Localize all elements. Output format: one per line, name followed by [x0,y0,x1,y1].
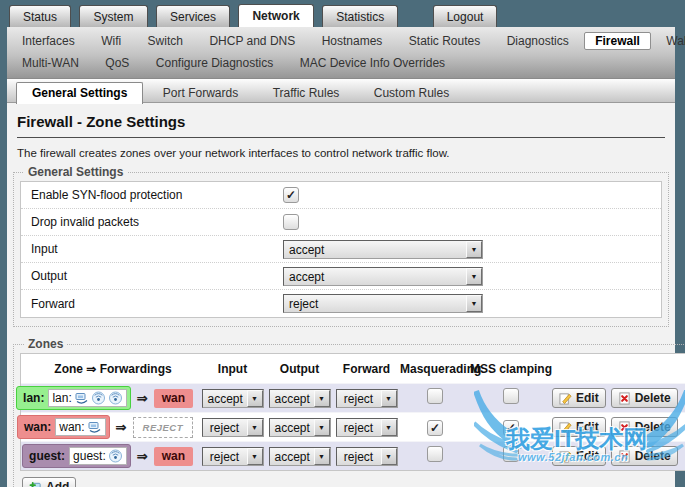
selected-value: accept [284,241,466,258]
network-name: guest: [73,449,106,463]
delete-button[interactable]: Delete [611,388,678,408]
forward-policy-select[interactable]: reject ▼ [283,294,483,313]
lan-input-select[interactable]: accept ▼ [202,389,264,408]
tab-system[interactable]: System [79,5,147,28]
zone-networks: wan: [55,418,105,436]
zone-name: lan: [23,391,44,405]
subnav-static-routes[interactable]: Static Routes [398,32,491,50]
forward-cell: reject ▼ [333,418,400,437]
wan-masquerading-checkbox[interactable]: ✓ [427,420,443,436]
subnav-configure-diagnostics[interactable]: Configure Diagnostics [145,54,284,72]
edit-button[interactable]: Edit [552,388,606,408]
wifi-icon [108,391,123,405]
selected-value: accept [270,419,314,436]
tab-general-settings[interactable]: General Settings [16,82,143,104]
header-forward: Forward [333,362,400,376]
chevron-down-icon: ▼ [466,268,482,285]
setting-row-output: Output accept ▼ [21,263,661,290]
input-cell: reject ▼ [199,418,266,437]
subnav-diagnostics[interactable]: Diagnostics [496,32,580,50]
delete-button[interactable]: Delete [611,417,678,437]
edit-label: Edit [576,420,599,434]
subnav-qos[interactable]: QoS [94,54,140,72]
mss-clamping-cell [470,388,552,408]
lan-masquerading-checkbox[interactable] [427,388,443,404]
forward-cell: reject ▼ [333,389,400,408]
subnav-row-1: Interfaces Wifi Switch DHCP and DNS Host… [7,30,675,52]
subnav-wake-on-lan[interactable]: Wake on LAN [655,32,685,50]
add-zone-button[interactable]: Add [22,477,76,487]
edit-pencil-icon [559,450,572,463]
delete-button[interactable]: Delete [611,446,678,466]
tab-port-forwards[interactable]: Port Forwards [148,83,253,104]
general-settings-fieldset: General Settings Enable SYN-flood protec… [13,165,669,327]
page-title: Firewall - Zone Settings [17,113,665,138]
guest-forward-select[interactable]: reject ▼ [336,447,398,466]
firewall-tabs: General Settings Port Forwards Traffic R… [7,79,675,103]
subnav-firewall[interactable]: Firewall [584,32,651,50]
zone-networks: guest: [69,447,127,465]
lan-mss-checkbox[interactable] [503,388,519,404]
network-name: lan: [52,391,71,405]
tab-services[interactable]: Services [156,5,230,28]
wan-zone-badge: wan: wan: [17,415,110,439]
masquerading-cell: ✓ [400,418,470,436]
setting-label: Output [31,269,283,283]
tab-network[interactable]: Network [238,4,313,28]
guest-masquerading-checkbox[interactable] [427,446,443,462]
tab-status[interactable]: Status [9,5,71,28]
zones-legend: Zones [24,337,67,351]
output-policy-select[interactable]: accept ▼ [283,267,483,286]
chevron-down-icon: ▼ [314,390,330,407]
lan-zone-badge: lan: lan: [16,386,131,410]
add-label: Add [46,480,69,487]
network-subnav: Interfaces Wifi Switch DHCP and DNS Host… [7,27,675,79]
edit-button[interactable]: Edit [552,417,606,437]
masquerading-cell [400,388,470,408]
subnav-wifi[interactable]: Wifi [90,32,132,50]
chevron-down-icon: ▼ [466,241,482,258]
subnav-multi-wan[interactable]: Multi-WAN [11,54,90,72]
main-nav: Status System Services Network Statistic… [0,0,685,27]
forward-cell: reject ▼ [333,447,400,466]
subnav-switch[interactable]: Switch [137,32,194,50]
target-reject: REJECT [133,417,193,438]
lan-output-select[interactable]: accept ▼ [269,389,331,408]
wan-output-select[interactable]: accept ▼ [269,418,331,437]
guest-input-select[interactable]: reject ▼ [202,447,264,466]
wan-input-select[interactable]: reject ▼ [202,418,264,437]
delete-label: Delete [635,449,671,463]
delete-x-icon [618,421,631,434]
delete-label: Delete [635,391,671,405]
syn-flood-checkbox[interactable]: ✓ [283,187,299,203]
tab-statistics[interactable]: Statistics [322,5,398,28]
chevron-down-icon: ▼ [247,419,263,436]
input-policy-select[interactable]: accept ▼ [283,240,483,259]
selected-value: reject [337,390,381,407]
header-input: Input [199,362,266,376]
general-settings-legend: General Settings [24,165,127,179]
chevron-down-icon: ▼ [247,448,263,465]
subnav-interfaces[interactable]: Interfaces [11,32,86,50]
guest-output-select[interactable]: accept ▼ [269,447,331,466]
forward-arrow: ⇒ [137,391,148,406]
subnav-dhcp-dns[interactable]: DHCP and DNS [198,32,306,50]
chevron-down-icon: ▼ [381,448,397,465]
zone-name: guest: [29,449,65,463]
zone-cell: guest: guest: ⇒ wan [27,444,199,468]
tab-traffic-rules[interactable]: Traffic Rules [258,83,355,104]
tab-logout[interactable]: Logout [433,5,498,28]
delete-label: Delete [635,420,671,434]
setting-row-syn-flood: Enable SYN-flood protection ✓ [21,182,661,209]
lan-forward-select[interactable]: reject ▼ [336,389,398,408]
setting-label: Input [31,242,283,256]
tab-custom-rules[interactable]: Custom Rules [359,83,464,104]
edit-button[interactable]: Edit [552,446,606,466]
wan-mss-checkbox[interactable]: ✓ [503,420,519,436]
drop-invalid-checkbox[interactable] [283,214,299,230]
subnav-mac-overrides[interactable]: MAC Device Info Overrides [289,54,456,72]
selected-value: accept [203,390,247,407]
guest-mss-checkbox[interactable] [503,446,519,462]
wan-forward-select[interactable]: reject ▼ [336,418,398,437]
subnav-hostnames[interactable]: Hostnames [311,32,394,50]
